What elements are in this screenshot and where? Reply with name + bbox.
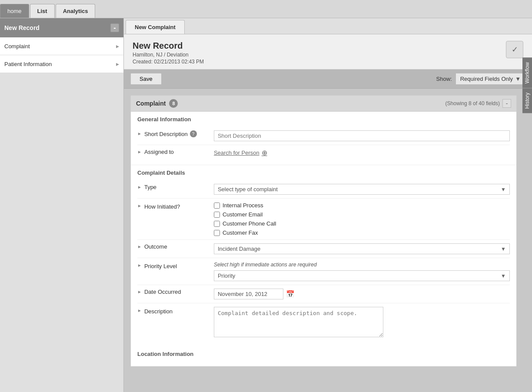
priority-level-field-value: Select high if immediate actions are req…	[214, 262, 510, 281]
content-tab-bar: New Complaint	[124, 18, 532, 34]
assigned-to-field-value: Search for Person ⊕	[214, 149, 510, 157]
checkbox-customer-fax-input[interactable]	[214, 230, 220, 236]
chevron-right-icon: ▸	[116, 60, 119, 67]
description-textarea[interactable]	[214, 307, 383, 337]
toolbar-right: Show: Required Fields Only ▼	[436, 73, 525, 85]
toolbar: Save Show: Required Fields Only ▼	[124, 70, 532, 89]
type-field-value: Select type of complaint ▼	[214, 184, 510, 195]
type-label: Type	[144, 184, 214, 190]
short-description-input[interactable]	[214, 130, 510, 141]
short-description-label: Short Description ?	[144, 130, 214, 137]
history-tab[interactable]: History	[522, 88, 532, 113]
chevron-right-icon: ▸	[116, 43, 119, 50]
search-person-link[interactable]: Search for Person ⊕	[214, 149, 510, 157]
record-title: New Record	[133, 41, 204, 51]
field-arrow-icon: ►	[137, 149, 142, 154]
field-arrow-icon: ►	[137, 308, 142, 313]
checkbox-customer-fax[interactable]: Customer Fax	[214, 229, 510, 236]
type-row: ► Type Select type of complaint ▼	[137, 180, 510, 199]
checkbox-internal-process-input[interactable]	[214, 203, 220, 209]
complaint-details-subsection: Complaint Details ► Type Select type of …	[131, 165, 516, 346]
calendar-icon[interactable]: 📅	[286, 290, 295, 298]
checkmark-button[interactable]: ✓	[506, 41, 523, 58]
how-initiated-label: How Initiated?	[144, 203, 214, 210]
sidebar: New Record - Complaint ▸ Patient Informa…	[0, 18, 124, 392]
priority-select-text: Priority	[218, 272, 235, 279]
date-occurred-input[interactable]	[214, 289, 283, 299]
outcome-field-value: Incident Damage ▼	[214, 243, 510, 254]
content-area: New Complaint New Record Hamilton, NJ / …	[124, 18, 532, 392]
how-initiated-row: ► How Initiated? Internal Process	[137, 199, 510, 240]
show-label: Show:	[436, 76, 452, 82]
priority-dropdown-icon: ▼	[501, 273, 506, 279]
type-select-text: Select type of complaint	[218, 186, 278, 193]
sidebar-collapse-button[interactable]: -	[110, 23, 119, 32]
short-description-help-icon[interactable]: ?	[190, 130, 197, 137]
field-arrow-icon: ►	[137, 131, 142, 136]
field-arrow-icon: ►	[137, 244, 142, 249]
complaint-section-info: (Showing 8 of 40 fields) -	[446, 99, 511, 108]
top-navigation: home List Analytics	[0, 0, 532, 18]
checkbox-customer-email[interactable]: Customer Email	[214, 211, 510, 218]
checkbox-customer-fax-label: Customer Fax	[223, 229, 258, 236]
record-created: Created: 02/21/2013 02:43 PM	[133, 59, 204, 65]
assigned-to-row: ► Assigned to Search for Person ⊕	[137, 145, 510, 160]
outcome-select[interactable]: Incident Damage ▼	[214, 243, 510, 254]
date-occurred-row: ► Date Occurred 📅	[137, 285, 510, 303]
complaint-title-text: Complaint	[136, 100, 166, 107]
tab-analytics[interactable]: Analytics	[56, 4, 96, 18]
showing-fields-text: (Showing 8 of 40 fields)	[446, 100, 500, 106]
complaint-section-title: Complaint 8	[136, 99, 178, 108]
outcome-row: ► Outcome Incident Damage ▼	[137, 240, 510, 258]
complaint-section-header: Complaint 8 (Showing 8 of 40 fields) -	[131, 96, 516, 112]
description-label: Description	[144, 308, 214, 315]
form-area: Complaint 8 (Showing 8 of 40 fields) - G…	[124, 89, 532, 380]
date-input-wrapper: 📅	[214, 289, 510, 299]
how-initiated-field-value: Internal Process Customer Email Customer…	[214, 202, 510, 236]
sidebar-new-record: New Record -	[0, 18, 123, 37]
priority-level-row: ► Priority Level Select high if immediat…	[137, 258, 510, 285]
assigned-to-label: Assigned to	[144, 149, 214, 155]
side-panels: Workflow History	[522, 57, 532, 113]
required-fields-label: Required Fields Only	[460, 76, 513, 82]
checkbox-customer-email-input[interactable]	[214, 212, 220, 218]
record-header-info: New Record Hamilton, NJ / Deviation Crea…	[133, 41, 204, 65]
save-button[interactable]: Save	[130, 73, 162, 85]
priority-note: Select high if immediate actions are req…	[214, 262, 510, 268]
priority-level-label: Priority Level	[144, 263, 214, 269]
sidebar-item-complaint[interactable]: Complaint ▸	[0, 37, 123, 55]
priority-select[interactable]: Priority ▼	[214, 270, 510, 281]
required-fields-button[interactable]: Required Fields Only ▼	[456, 73, 525, 85]
checkbox-customer-phone[interactable]: Customer Phone Call	[214, 220, 510, 227]
short-description-row: ► Short Description ?	[137, 127, 510, 145]
description-field-value	[214, 307, 510, 339]
checkbox-internal-process-label: Internal Process	[223, 202, 263, 209]
complaint-badge: 8	[169, 99, 178, 108]
tab-list[interactable]: List	[30, 4, 55, 18]
section-collapse-button[interactable]: -	[502, 99, 511, 108]
tab-home[interactable]: home	[0, 4, 29, 18]
field-arrow-icon: ►	[137, 185, 142, 189]
checkbox-internal-process[interactable]: Internal Process	[214, 202, 510, 209]
outcome-select-text: Incident Damage	[218, 246, 260, 252]
dropdown-arrow-icon: ▼	[515, 76, 521, 82]
general-info-title: General Information	[137, 116, 510, 123]
sidebar-new-record-label: New Record	[4, 24, 40, 31]
tab-new-complaint[interactable]: New Complaint	[126, 20, 185, 34]
complaint-details-title: Complaint Details	[137, 169, 510, 176]
date-occurred-label: Date Occurred	[144, 289, 214, 295]
checkbox-customer-email-label: Customer Email	[223, 211, 263, 218]
record-subtitle: Hamilton, NJ / Deviation	[133, 52, 204, 58]
search-person-text: Search for Person	[214, 149, 259, 156]
type-select[interactable]: Select type of complaint ▼	[214, 184, 510, 195]
date-occurred-field-value: 📅	[214, 289, 510, 299]
how-initiated-checkbox-group: Internal Process Customer Email Customer…	[214, 202, 510, 236]
checkbox-customer-phone-input[interactable]	[214, 221, 220, 227]
general-information-subsection: General Information ► Short Description …	[131, 112, 516, 165]
main-layout: New Record - Complaint ▸ Patient Informa…	[0, 18, 532, 392]
sidebar-patient-label: Patient Information	[4, 61, 52, 67]
checkbox-customer-phone-label: Customer Phone Call	[223, 220, 276, 227]
workflow-tab[interactable]: Workflow	[522, 57, 532, 88]
record-header: New Record Hamilton, NJ / Deviation Crea…	[124, 34, 532, 70]
sidebar-item-patient-information[interactable]: Patient Information ▸	[0, 55, 123, 73]
